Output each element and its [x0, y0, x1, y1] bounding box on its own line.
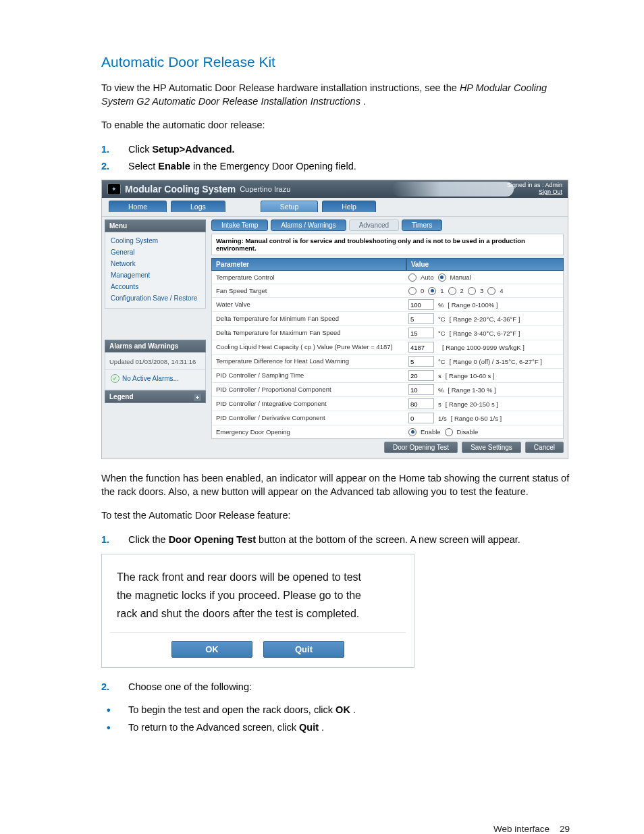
water-valve-input[interactable] [408, 299, 434, 310]
app-subtitle: Cupertino Irazu [240, 185, 290, 193]
row-heat-capacity: Cooling Liquid Heat Capacity ( cp ) Valu… [212, 340, 563, 355]
text: To begin the test and open the rack door… [128, 704, 336, 715]
quit-button[interactable]: Quit [263, 641, 344, 658]
sidebar-item-management[interactable]: Management [105, 269, 205, 281]
row-delta-min: Delta Temperature for Minimum Fan Speed … [212, 312, 563, 326]
radio-enable[interactable] [408, 428, 417, 436]
text: Enable [421, 428, 441, 436]
radio-4[interactable] [487, 287, 495, 295]
param-label: Temperature Difference for Heat Load War… [212, 355, 406, 368]
param-label: PID Controller / Derivative Component [212, 411, 406, 425]
row-pid-int: PID Controller / Integrative Component s… [212, 397, 563, 411]
param-label: Fan Speed Target [212, 284, 406, 297]
range-hint: [ Range 20-150 s ] [446, 400, 498, 408]
radio-3[interactable] [468, 287, 476, 295]
range-hint: [ Range 0 (off) / 3-15°C, 6-27°F ] [450, 358, 542, 365]
text-bold: Setup>Advanced. [152, 144, 234, 155]
heat-cap-input[interactable] [408, 342, 434, 353]
nav-logs[interactable]: Logs [171, 201, 225, 212]
app-title: Modular Cooling System [125, 184, 236, 194]
sidebar-item-general[interactable]: General [105, 246, 205, 258]
no-active-alarms[interactable]: ✓ No Active Alarms... [105, 371, 205, 386]
unit: % [438, 301, 444, 309]
delta-max-input[interactable] [408, 328, 434, 338]
step-1: 1. Click Setup>Advanced. [101, 141, 570, 158]
text: in the Emergency Door Opening field. [193, 161, 356, 172]
radio-2[interactable] [448, 287, 456, 295]
text: 1 [440, 287, 444, 294]
step-b1: 1. Click the Door Opening Test button at… [101, 531, 570, 548]
section-heading: Automatic Door Release Kit [101, 54, 570, 70]
param-label: Cooling Liquid Heat Capacity ( cp ) Valu… [212, 340, 406, 354]
app-titlebar: ✦ Modular Cooling System Cupertino Irazu… [102, 180, 568, 198]
main-nav: Home Logs Setup Help [102, 198, 568, 217]
unit: s [438, 400, 441, 408]
plus-icon[interactable]: + [194, 394, 201, 401]
app-screenshot: ✦ Modular Cooling System Cupertino Irazu… [101, 180, 568, 459]
text: Select [128, 161, 158, 172]
text: 2 [460, 287, 464, 294]
text: Click [128, 144, 152, 155]
intro-paragraph-1: To view the HP Automatic Door Release ha… [101, 81, 570, 109]
bullet-ok: To begin the test and open the rack door… [101, 701, 570, 719]
legend-header[interactable]: Legend + [105, 390, 206, 403]
pid-sampling-input[interactable] [408, 370, 434, 381]
param-label: Delta Temperature for Maximum Fan Speed [212, 326, 406, 340]
text: Auto [421, 273, 434, 281]
range-hint: [ Range 2-20°C, 4-36°F ] [450, 315, 520, 323]
text: No Active Alarms... [122, 375, 179, 382]
radio-auto[interactable] [408, 273, 417, 282]
unit: s [438, 372, 441, 380]
sign-out-link[interactable]: Sign Out [539, 188, 562, 195]
nav-home[interactable]: Home [109, 201, 167, 212]
tab-alarms-warnings[interactable]: Alarms / Warnings [271, 219, 346, 231]
radio-0[interactable] [408, 287, 417, 295]
save-settings-button[interactable]: Save Settings [462, 442, 521, 453]
col-header-parameter: Parameter [211, 258, 406, 271]
sidebar-item-network[interactable]: Network [105, 258, 205, 269]
radio-disable[interactable] [445, 428, 453, 436]
nav-setup[interactable]: Setup [261, 201, 318, 212]
range-hint: [ Range 1-30 % ] [448, 386, 495, 394]
range-hint: [ Range 1000-9999 Ws/kgK ] [442, 344, 525, 351]
pid-int-input[interactable] [408, 398, 434, 409]
confirm-dialog: The rack front and rear doors will be op… [101, 554, 414, 669]
tab-advanced[interactable]: Advanced [349, 219, 399, 231]
text: . [321, 722, 324, 733]
bullet-quit: To return to the Advanced screen, click … [101, 719, 570, 736]
pid-prop-input[interactable] [408, 384, 434, 395]
param-label: PID Controller / Integrative Component [212, 397, 406, 411]
step-2: 2. Select Enable in the Emergency Door O… [101, 158, 570, 175]
row-delta-max: Delta Temperature for Maximum Fan Speed … [212, 326, 563, 340]
ok-button[interactable]: OK [171, 641, 252, 658]
unit: 1/s [438, 415, 447, 422]
sidebar-item-config[interactable]: Configuration Save / Restore [105, 292, 205, 304]
row-pid-prop: PID Controller / Proportional Component … [212, 383, 563, 397]
tab-intake-temp[interactable]: Intake Temp [211, 219, 268, 231]
tab-timers[interactable]: Timers [402, 219, 442, 231]
hp-logo-icon: ✦ [107, 183, 121, 195]
cancel-button[interactable]: Cancel [525, 442, 564, 453]
delta-min-input[interactable] [408, 313, 434, 324]
text: 3 [480, 287, 483, 294]
paragraph-test-intro: To test the Automatic Door Release featu… [101, 509, 570, 522]
sidebar-item-accounts[interactable]: Accounts [105, 281, 205, 292]
radio-manual[interactable] [438, 273, 446, 282]
sidebar-item-cooling[interactable]: Cooling System [105, 235, 205, 246]
text: Manual [450, 273, 471, 281]
text: Disable [457, 428, 479, 436]
text: . [363, 96, 366, 107]
radio-1[interactable] [428, 287, 436, 295]
nav-help[interactable]: Help [322, 201, 376, 212]
row-fan-speed: Fan Speed Target 0 1 2 3 4 [212, 284, 563, 298]
row-water-valve: Water Valve % [ Range 0-100% ] [212, 298, 563, 312]
footer-section: Web interface [493, 824, 549, 834]
door-opening-test-button[interactable]: Door Opening Test [384, 442, 458, 453]
pid-deriv-input[interactable] [408, 413, 434, 423]
row-pid-deriv: PID Controller / Derivative Component 1/… [212, 411, 563, 425]
heat-warn-input[interactable] [408, 356, 434, 367]
text-bold: OK [336, 704, 350, 715]
col-header-value: Value [406, 258, 564, 271]
intro-paragraph-2: To enable the automatic door release: [101, 118, 570, 132]
text: . [353, 704, 356, 715]
